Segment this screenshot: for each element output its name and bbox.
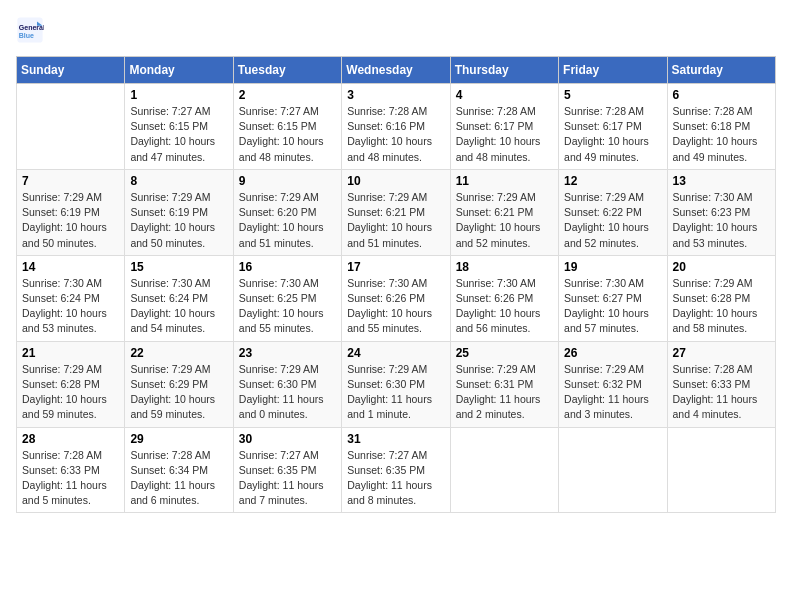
day-cell-21: 21Sunrise: 7:29 AM Sunset: 6:28 PM Dayli… <box>17 341 125 427</box>
day-number: 21 <box>22 346 119 360</box>
day-number: 11 <box>456 174 553 188</box>
day-cell-31: 31Sunrise: 7:27 AM Sunset: 6:35 PM Dayli… <box>342 427 450 513</box>
day-info: Sunrise: 7:29 AM Sunset: 6:30 PM Dayligh… <box>347 362 444 423</box>
day-number: 9 <box>239 174 336 188</box>
day-cell-6: 6Sunrise: 7:28 AM Sunset: 6:18 PM Daylig… <box>667 84 775 170</box>
day-cell-11: 11Sunrise: 7:29 AM Sunset: 6:21 PM Dayli… <box>450 169 558 255</box>
day-number: 1 <box>130 88 227 102</box>
day-info: Sunrise: 7:28 AM Sunset: 6:18 PM Dayligh… <box>673 104 770 165</box>
day-number: 4 <box>456 88 553 102</box>
day-cell-3: 3Sunrise: 7:28 AM Sunset: 6:16 PM Daylig… <box>342 84 450 170</box>
empty-cell <box>559 427 667 513</box>
day-number: 27 <box>673 346 770 360</box>
day-cell-28: 28Sunrise: 7:28 AM Sunset: 6:33 PM Dayli… <box>17 427 125 513</box>
day-info: Sunrise: 7:30 AM Sunset: 6:27 PM Dayligh… <box>564 276 661 337</box>
day-info: Sunrise: 7:28 AM Sunset: 6:17 PM Dayligh… <box>564 104 661 165</box>
day-info: Sunrise: 7:29 AM Sunset: 6:21 PM Dayligh… <box>347 190 444 251</box>
day-info: Sunrise: 7:29 AM Sunset: 6:29 PM Dayligh… <box>130 362 227 423</box>
day-cell-22: 22Sunrise: 7:29 AM Sunset: 6:29 PM Dayli… <box>125 341 233 427</box>
day-number: 5 <box>564 88 661 102</box>
day-cell-16: 16Sunrise: 7:30 AM Sunset: 6:25 PM Dayli… <box>233 255 341 341</box>
day-number: 22 <box>130 346 227 360</box>
svg-text:Blue: Blue <box>19 32 34 39</box>
day-info: Sunrise: 7:30 AM Sunset: 6:26 PM Dayligh… <box>347 276 444 337</box>
header-wednesday: Wednesday <box>342 57 450 84</box>
day-number: 19 <box>564 260 661 274</box>
day-info: Sunrise: 7:27 AM Sunset: 6:15 PM Dayligh… <box>239 104 336 165</box>
calendar-table: SundayMondayTuesdayWednesdayThursdayFrid… <box>16 56 776 513</box>
day-number: 20 <box>673 260 770 274</box>
week-row-1: 1Sunrise: 7:27 AM Sunset: 6:15 PM Daylig… <box>17 84 776 170</box>
empty-cell <box>450 427 558 513</box>
day-info: Sunrise: 7:29 AM Sunset: 6:31 PM Dayligh… <box>456 362 553 423</box>
day-cell-17: 17Sunrise: 7:30 AM Sunset: 6:26 PM Dayli… <box>342 255 450 341</box>
day-number: 26 <box>564 346 661 360</box>
day-cell-15: 15Sunrise: 7:30 AM Sunset: 6:24 PM Dayli… <box>125 255 233 341</box>
day-info: Sunrise: 7:28 AM Sunset: 6:17 PM Dayligh… <box>456 104 553 165</box>
header-saturday: Saturday <box>667 57 775 84</box>
header-tuesday: Tuesday <box>233 57 341 84</box>
day-info: Sunrise: 7:29 AM Sunset: 6:30 PM Dayligh… <box>239 362 336 423</box>
day-info: Sunrise: 7:30 AM Sunset: 6:26 PM Dayligh… <box>456 276 553 337</box>
day-cell-5: 5Sunrise: 7:28 AM Sunset: 6:17 PM Daylig… <box>559 84 667 170</box>
day-number: 7 <box>22 174 119 188</box>
day-number: 25 <box>456 346 553 360</box>
day-info: Sunrise: 7:29 AM Sunset: 6:28 PM Dayligh… <box>673 276 770 337</box>
day-cell-20: 20Sunrise: 7:29 AM Sunset: 6:28 PM Dayli… <box>667 255 775 341</box>
day-info: Sunrise: 7:30 AM Sunset: 6:24 PM Dayligh… <box>22 276 119 337</box>
day-number: 24 <box>347 346 444 360</box>
day-info: Sunrise: 7:29 AM Sunset: 6:21 PM Dayligh… <box>456 190 553 251</box>
day-info: Sunrise: 7:28 AM Sunset: 6:16 PM Dayligh… <box>347 104 444 165</box>
day-info: Sunrise: 7:28 AM Sunset: 6:34 PM Dayligh… <box>130 448 227 509</box>
day-cell-12: 12Sunrise: 7:29 AM Sunset: 6:22 PM Dayli… <box>559 169 667 255</box>
day-number: 10 <box>347 174 444 188</box>
day-number: 16 <box>239 260 336 274</box>
day-cell-25: 25Sunrise: 7:29 AM Sunset: 6:31 PM Dayli… <box>450 341 558 427</box>
header-friday: Friday <box>559 57 667 84</box>
day-info: Sunrise: 7:28 AM Sunset: 6:33 PM Dayligh… <box>22 448 119 509</box>
day-info: Sunrise: 7:30 AM Sunset: 6:23 PM Dayligh… <box>673 190 770 251</box>
day-cell-2: 2Sunrise: 7:27 AM Sunset: 6:15 PM Daylig… <box>233 84 341 170</box>
day-cell-10: 10Sunrise: 7:29 AM Sunset: 6:21 PM Dayli… <box>342 169 450 255</box>
day-number: 14 <box>22 260 119 274</box>
day-info: Sunrise: 7:30 AM Sunset: 6:24 PM Dayligh… <box>130 276 227 337</box>
day-number: 12 <box>564 174 661 188</box>
week-row-4: 21Sunrise: 7:29 AM Sunset: 6:28 PM Dayli… <box>17 341 776 427</box>
week-row-2: 7Sunrise: 7:29 AM Sunset: 6:19 PM Daylig… <box>17 169 776 255</box>
day-number: 23 <box>239 346 336 360</box>
day-cell-14: 14Sunrise: 7:30 AM Sunset: 6:24 PM Dayli… <box>17 255 125 341</box>
day-cell-24: 24Sunrise: 7:29 AM Sunset: 6:30 PM Dayli… <box>342 341 450 427</box>
day-cell-23: 23Sunrise: 7:29 AM Sunset: 6:30 PM Dayli… <box>233 341 341 427</box>
day-info: Sunrise: 7:29 AM Sunset: 6:19 PM Dayligh… <box>130 190 227 251</box>
day-cell-13: 13Sunrise: 7:30 AM Sunset: 6:23 PM Dayli… <box>667 169 775 255</box>
day-cell-27: 27Sunrise: 7:28 AM Sunset: 6:33 PM Dayli… <box>667 341 775 427</box>
day-info: Sunrise: 7:29 AM Sunset: 6:22 PM Dayligh… <box>564 190 661 251</box>
day-number: 31 <box>347 432 444 446</box>
day-info: Sunrise: 7:30 AM Sunset: 6:25 PM Dayligh… <box>239 276 336 337</box>
day-number: 13 <box>673 174 770 188</box>
day-info: Sunrise: 7:29 AM Sunset: 6:28 PM Dayligh… <box>22 362 119 423</box>
day-info: Sunrise: 7:29 AM Sunset: 6:20 PM Dayligh… <box>239 190 336 251</box>
day-number: 30 <box>239 432 336 446</box>
header-sunday: Sunday <box>17 57 125 84</box>
day-number: 29 <box>130 432 227 446</box>
day-number: 8 <box>130 174 227 188</box>
day-number: 3 <box>347 88 444 102</box>
week-row-5: 28Sunrise: 7:28 AM Sunset: 6:33 PM Dayli… <box>17 427 776 513</box>
day-number: 18 <box>456 260 553 274</box>
empty-cell <box>17 84 125 170</box>
header-monday: Monday <box>125 57 233 84</box>
day-info: Sunrise: 7:27 AM Sunset: 6:15 PM Dayligh… <box>130 104 227 165</box>
day-info: Sunrise: 7:29 AM Sunset: 6:19 PM Dayligh… <box>22 190 119 251</box>
empty-cell <box>667 427 775 513</box>
day-info: Sunrise: 7:27 AM Sunset: 6:35 PM Dayligh… <box>239 448 336 509</box>
week-row-3: 14Sunrise: 7:30 AM Sunset: 6:24 PM Dayli… <box>17 255 776 341</box>
day-cell-26: 26Sunrise: 7:29 AM Sunset: 6:32 PM Dayli… <box>559 341 667 427</box>
day-number: 28 <box>22 432 119 446</box>
day-number: 2 <box>239 88 336 102</box>
day-cell-30: 30Sunrise: 7:27 AM Sunset: 6:35 PM Dayli… <box>233 427 341 513</box>
day-cell-29: 29Sunrise: 7:28 AM Sunset: 6:34 PM Dayli… <box>125 427 233 513</box>
day-cell-1: 1Sunrise: 7:27 AM Sunset: 6:15 PM Daylig… <box>125 84 233 170</box>
day-info: Sunrise: 7:27 AM Sunset: 6:35 PM Dayligh… <box>347 448 444 509</box>
day-cell-18: 18Sunrise: 7:30 AM Sunset: 6:26 PM Dayli… <box>450 255 558 341</box>
